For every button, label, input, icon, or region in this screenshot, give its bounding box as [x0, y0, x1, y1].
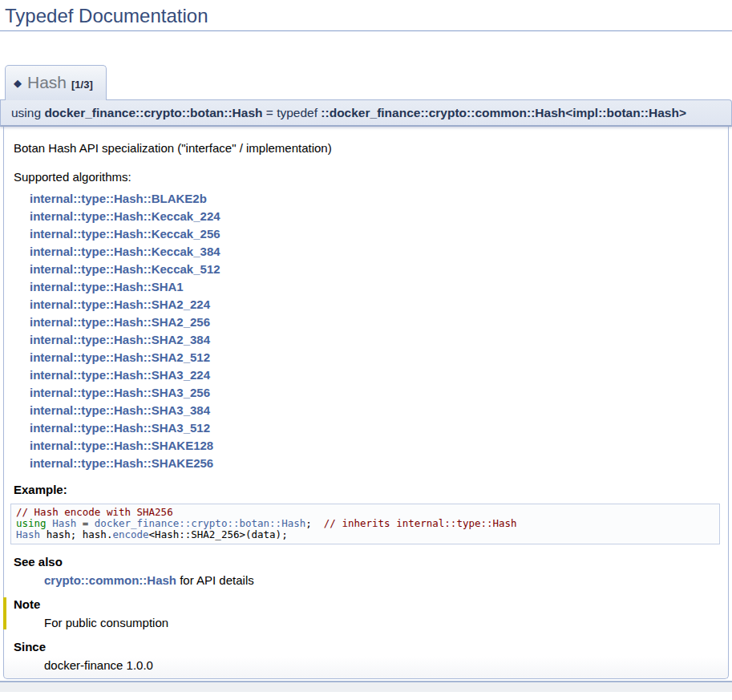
list-item: internal::type::Hash::SHA3_256 [30, 384, 720, 402]
code-link-encode[interactable]: encode [112, 528, 148, 540]
algorithm-link-shake128[interactable]: internal::type::Hash::SHAKE128 [30, 439, 213, 452]
see-also-link[interactable]: crypto::common::Hash [44, 573, 176, 587]
member-doc: Botan Hash API specialization ("interfac… [3, 127, 729, 679]
example-label: Example: [14, 483, 720, 496]
algorithm-link-sha2-384[interactable]: internal::type::Hash::SHA2_384 [30, 333, 210, 346]
algorithm-link-sha1[interactable]: internal::type::Hash::SHA1 [30, 280, 184, 293]
see-also-content: crypto::common::Hash for API details [44, 573, 720, 587]
member-tab: ◆Hash[1/3] [5, 65, 107, 100]
algorithm-link-keccak-512[interactable]: internal::type::Hash::Keccak_512 [30, 262, 220, 276]
algorithm-link-shake256[interactable]: internal::type::Hash::SHAKE256 [30, 456, 213, 470]
member-count-badge: [1/3] [71, 79, 93, 91]
see-also-label: See also [14, 555, 720, 568]
list-item: internal::type::Hash::Keccak_512 [30, 261, 720, 278]
algorithm-link-keccak-256[interactable]: internal::type::Hash::Keccak_256 [30, 227, 220, 241]
algorithm-link-blake2b[interactable]: internal::type::Hash::BLAKE2b [30, 192, 207, 205]
list-item: internal::type::Hash::SHA2_224 [30, 296, 720, 314]
list-item: internal::type::Hash::Keccak_384 [30, 243, 720, 261]
since-section: Since docker-finance 1.0.0 [14, 640, 720, 672]
member-prototype: using docker_finance::crypto::botan::Has… [0, 99, 732, 127]
list-item: internal::type::Hash::BLAKE2b [30, 190, 720, 208]
see-also-section: See also crypto::common::Hash for API de… [14, 555, 720, 587]
since-text: docker-finance 1.0.0 [44, 658, 720, 672]
code-block: // Hash encode with SHA256using Hash = d… [10, 504, 720, 544]
code-line: using Hash = docker_finance::crypto::bot… [16, 518, 714, 529]
list-item: internal::type::Hash::SHA3_384 [30, 402, 720, 419]
note-section: Note For public consumption [3, 597, 720, 629]
algorithm-link-sha2-224[interactable]: internal::type::Hash::SHA2_224 [30, 297, 210, 311]
code-line: // Hash encode with SHA256 [16, 507, 714, 518]
code-comment: // inherits internal::type::Hash [324, 517, 517, 529]
code-text: <Hash::SHA2_256>(data); [149, 528, 288, 540]
code-link-hash-type[interactable]: Hash [16, 528, 40, 540]
list-item: internal::type::Hash::SHAKE128 [30, 437, 720, 455]
since-label: Since [14, 640, 720, 653]
proto-equals-typedef: = typedef [263, 106, 322, 119]
list-item: internal::type::Hash::SHA3_224 [30, 366, 720, 384]
member-name: Hash [27, 73, 67, 91]
list-item: internal::type::Hash::SHA2_512 [30, 349, 720, 366]
list-item: internal::type::Hash::SHA3_512 [30, 419, 720, 437]
proto-typedef-name: docker_finance::crypto::botan::Hash [44, 106, 262, 119]
algorithm-link-sha2-256[interactable]: internal::type::Hash::SHA2_256 [30, 315, 210, 329]
code-link-hash[interactable]: Hash [52, 517, 76, 529]
note-label: Note [14, 597, 720, 611]
list-item: internal::type::Hash::SHA2_384 [30, 331, 720, 349]
algorithm-link-sha3-384[interactable]: internal::type::Hash::SHA3_384 [30, 403, 210, 417]
code-comment: // Hash encode with SHA256 [16, 506, 173, 518]
code-text: ; [305, 517, 324, 529]
code-text: hash; hash. [40, 528, 112, 540]
algorithm-link-sha3-224[interactable]: internal::type::Hash::SHA3_224 [30, 368, 210, 382]
note-text: For public consumption [44, 616, 720, 629]
proto-using-keyword: using [11, 106, 44, 119]
supported-algorithms-label: Supported algorithms: [14, 170, 720, 184]
algorithm-link-sha2-512[interactable]: internal::type::Hash::SHA2_512 [30, 350, 210, 364]
page-bottom-divider [0, 681, 732, 692]
brief-description: Botan Hash API specialization ("interfac… [14, 141, 720, 155]
example-section: Example: [14, 483, 720, 496]
code-text: = [76, 517, 95, 529]
algorithm-link-keccak-384[interactable]: internal::type::Hash::Keccak_384 [30, 245, 220, 258]
algorithm-link-sha3-256[interactable]: internal::type::Hash::SHA3_256 [30, 386, 210, 399]
list-item: internal::type::Hash::SHA1 [30, 278, 720, 296]
see-also-text: for API details [176, 573, 254, 587]
list-item: internal::type::Hash::Keccak_256 [30, 225, 720, 243]
code-link-botan-hash[interactable]: docker_finance::crypto::botan::Hash [95, 517, 305, 529]
code-line: Hash hash; hash.encode<Hash::SHA2_256>(d… [16, 529, 714, 540]
algorithm-list: internal::type::Hash::BLAKE2b internal::… [30, 190, 720, 472]
page-title: Typedef Documentation [0, 0, 732, 31]
member-hash: ◆Hash[1/3] using docker_finance::crypto:… [0, 65, 732, 679]
list-item: internal::type::Hash::SHA2_256 [30, 314, 720, 331]
list-item: internal::type::Hash::SHAKE256 [30, 455, 720, 472]
algorithm-link-sha3-512[interactable]: internal::type::Hash::SHA3_512 [30, 421, 210, 435]
code-keyword-using: using [16, 517, 52, 529]
algorithm-link-keccak-224[interactable]: internal::type::Hash::Keccak_224 [30, 209, 220, 223]
diamond-icon: ◆ [14, 77, 22, 89]
list-item: internal::type::Hash::Keccak_224 [30, 208, 720, 225]
proto-target-type: ::docker_finance::crypto::common::Hash<i… [321, 106, 686, 119]
